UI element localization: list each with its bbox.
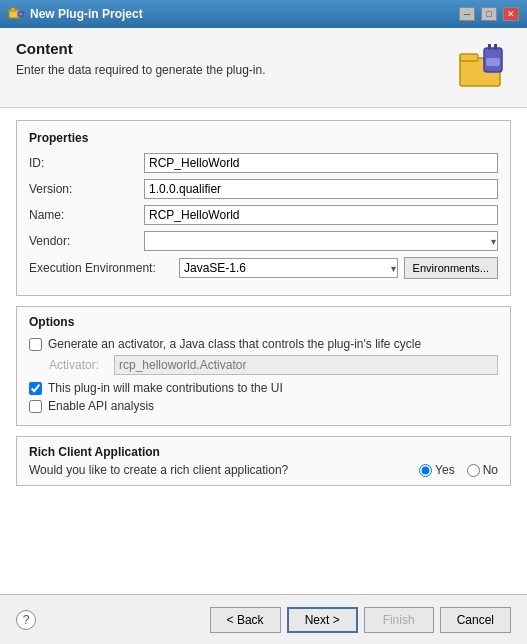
properties-title: Properties	[29, 131, 498, 145]
activator-label: Activator:	[49, 358, 114, 372]
ui-contributions-checkbox[interactable]	[29, 382, 42, 395]
version-label: Version:	[29, 182, 144, 196]
svg-rect-6	[488, 44, 491, 50]
generate-activator-label[interactable]: Generate an activator, a Java class that…	[48, 337, 421, 351]
svg-rect-2	[18, 12, 23, 16]
vendor-select[interactable]	[144, 231, 498, 251]
rca-section: Rich Client Application Would you like t…	[16, 436, 511, 486]
plugin-icon	[8, 6, 24, 22]
page-description: Enter the data required to generate the …	[16, 63, 266, 77]
svg-rect-8	[486, 58, 500, 66]
activator-field	[114, 355, 498, 375]
rca-title: Rich Client Application	[29, 445, 498, 459]
svg-rect-1	[11, 8, 15, 11]
generate-activator-checkbox[interactable]	[29, 338, 42, 351]
next-button[interactable]: Next >	[287, 607, 358, 633]
rca-no-option[interactable]: No	[467, 463, 498, 477]
header-icon	[456, 40, 511, 95]
cancel-button[interactable]: Cancel	[440, 607, 511, 633]
options-title: Options	[29, 315, 498, 329]
rca-yes-radio[interactable]	[419, 464, 432, 477]
window-title: New Plug-in Project	[30, 7, 453, 21]
env-row: Execution Environment: JavaSE-1.6 ▾ Envi…	[29, 257, 498, 279]
rca-yes-label: Yes	[435, 463, 455, 477]
name-label: Name:	[29, 208, 144, 222]
close-button[interactable]: ✕	[503, 7, 519, 21]
version-row: Version:	[29, 179, 498, 199]
header-text: Content Enter the data required to gener…	[16, 40, 266, 77]
generate-activator-row: Generate an activator, a Java class that…	[29, 337, 498, 351]
vendor-select-wrap: ▾	[144, 231, 498, 251]
rca-row: Would you like to create a rich client a…	[29, 463, 498, 477]
help-button[interactable]: ?	[16, 610, 36, 630]
ui-contributions-row: This plug-in will make contributions to …	[29, 381, 498, 395]
rca-no-label: No	[483, 463, 498, 477]
svg-rect-7	[494, 44, 497, 50]
rca-radio-group: Yes No	[419, 463, 498, 477]
api-analysis-checkbox[interactable]	[29, 400, 42, 413]
finish-button: Finish	[364, 607, 434, 633]
footer: ? < Back Next > Finish Cancel	[0, 594, 527, 644]
ui-contributions-label[interactable]: This plug-in will make contributions to …	[48, 381, 283, 395]
id-label: ID:	[29, 156, 144, 170]
name-field[interactable]	[144, 205, 498, 225]
rca-question: Would you like to create a rich client a…	[29, 463, 419, 477]
vendor-label: Vendor:	[29, 234, 144, 248]
minimize-button[interactable]: ─	[459, 7, 475, 21]
properties-section: Properties ID: Version: Name: Vendor: ▾	[16, 120, 511, 296]
id-row: ID:	[29, 153, 498, 173]
footer-buttons: < Back Next > Finish Cancel	[210, 607, 511, 633]
title-bar: New Plug-in Project ─ □ ✕	[0, 0, 527, 28]
vendor-row: Vendor: ▾	[29, 231, 498, 251]
env-select[interactable]: JavaSE-1.6	[179, 258, 398, 278]
back-button[interactable]: < Back	[210, 607, 281, 633]
env-select-wrap: JavaSE-1.6 ▾	[179, 258, 398, 278]
header: Content Enter the data required to gener…	[0, 28, 527, 108]
api-analysis-label[interactable]: Enable API analysis	[48, 399, 154, 413]
name-row: Name:	[29, 205, 498, 225]
api-analysis-row: Enable API analysis	[29, 399, 498, 413]
rca-yes-option[interactable]: Yes	[419, 463, 455, 477]
env-label: Execution Environment:	[29, 261, 179, 275]
plugin-folder-icon	[456, 40, 511, 95]
maximize-button[interactable]: □	[481, 7, 497, 21]
activator-row: Activator:	[49, 355, 498, 375]
page-title: Content	[16, 40, 266, 57]
id-field[interactable]	[144, 153, 498, 173]
options-section: Options Generate an activator, a Java cl…	[16, 306, 511, 426]
version-field[interactable]	[144, 179, 498, 199]
environments-button[interactable]: Environments...	[404, 257, 498, 279]
main-content: Properties ID: Version: Name: Vendor: ▾	[0, 108, 527, 594]
svg-rect-4	[460, 54, 478, 61]
rca-no-radio[interactable]	[467, 464, 480, 477]
